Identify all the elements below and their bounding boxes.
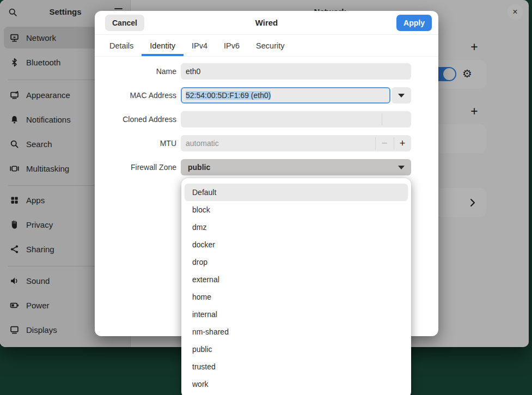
tab-details[interactable]: Details bbox=[101, 35, 142, 56]
mac-address-label: MAC Address bbox=[95, 87, 176, 104]
name-input[interactable]: eth0 bbox=[181, 63, 411, 80]
combo-divider bbox=[382, 113, 382, 125]
dropdown-item-block[interactable]: block bbox=[185, 201, 408, 218]
dropdown-item-work[interactable]: work bbox=[185, 375, 408, 393]
firewall-zone-label: Firewall Zone bbox=[95, 159, 176, 175]
cloned-address-dropdown-button[interactable] bbox=[392, 111, 411, 127]
dialog-title: Wired bbox=[95, 18, 438, 27]
mtu-spinbutton[interactable]: automatic − + bbox=[181, 135, 411, 151]
dropdown-item-external[interactable]: external bbox=[185, 271, 408, 288]
dropdown-arrow-icon bbox=[398, 166, 405, 169]
firewall-zone-dropdown[interactable]: public bbox=[181, 159, 411, 175]
dropdown-arrow-icon bbox=[398, 94, 405, 98]
cancel-button[interactable]: Cancel bbox=[105, 15, 144, 31]
dropdown-item-internal[interactable]: internal bbox=[185, 306, 408, 323]
mtu-value: automatic bbox=[186, 135, 219, 151]
tab-security[interactable]: Security bbox=[248, 35, 292, 56]
dialog-tabbar: Details Identity IPv4 IPv6 Security bbox=[95, 35, 438, 57]
mac-address-input[interactable]: 52:54:00:5D:F1:69 (eth0) bbox=[181, 87, 390, 104]
firewall-zone-popover: Default block dmz docker drop external h… bbox=[181, 178, 411, 395]
mtu-label: MTU bbox=[95, 135, 176, 151]
desktop: Settings Network Bluetooth Appearance No… bbox=[0, 0, 532, 395]
dropdown-item-trusted[interactable]: trusted bbox=[185, 358, 408, 375]
selected-text: 52:54:00:5D:F1:69 (eth0) bbox=[186, 91, 271, 100]
dialog-header: Wired Cancel Apply bbox=[95, 11, 438, 35]
dropdown-item-drop[interactable]: drop bbox=[185, 253, 408, 271]
mtu-increment-button[interactable]: + bbox=[394, 135, 411, 151]
apply-button[interactable]: Apply bbox=[396, 15, 432, 31]
cloned-address-input[interactable] bbox=[181, 111, 411, 127]
tab-identity[interactable]: Identity bbox=[142, 35, 184, 56]
mtu-decrement-button[interactable]: − bbox=[375, 135, 394, 151]
tab-ipv6[interactable]: IPv6 bbox=[216, 35, 248, 56]
cloned-address-label: Cloned Address bbox=[95, 111, 176, 127]
dropdown-item-home[interactable]: home bbox=[185, 288, 408, 306]
firewall-zone-value: public bbox=[188, 159, 210, 175]
dropdown-item-docker[interactable]: docker bbox=[185, 236, 408, 253]
dropdown-item-default[interactable]: Default bbox=[185, 184, 408, 201]
mac-address-dropdown-button[interactable] bbox=[392, 87, 411, 104]
dropdown-item-public[interactable]: public bbox=[185, 341, 408, 358]
dropdown-item-nm-shared[interactable]: nm-shared bbox=[185, 323, 408, 341]
name-label: Name bbox=[95, 63, 176, 80]
tab-ipv4[interactable]: IPv4 bbox=[184, 35, 216, 56]
dropdown-item-dmz[interactable]: dmz bbox=[185, 218, 408, 236]
